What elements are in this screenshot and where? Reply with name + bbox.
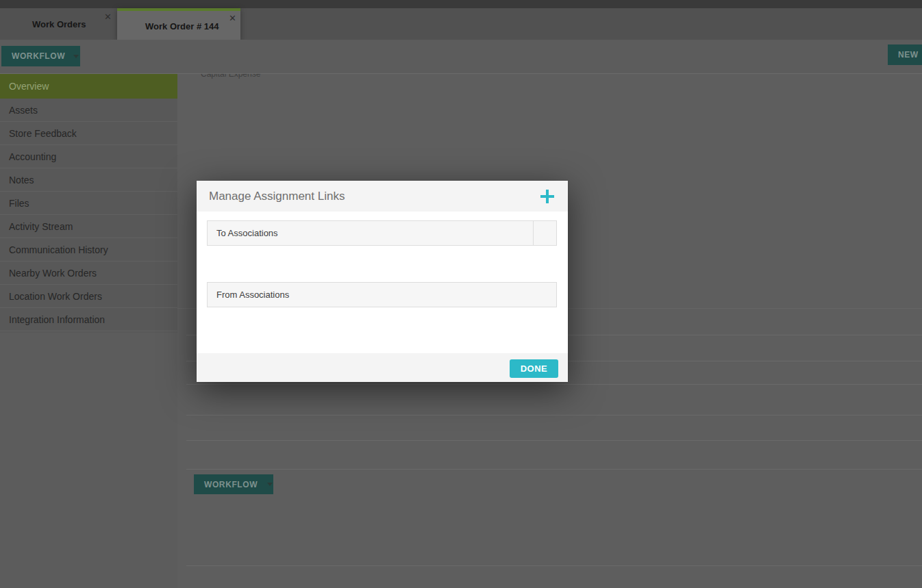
sidebar-item-overview[interactable]: Overview — [0, 74, 177, 99]
tab-work-orders[interactable]: Work Orders ✕ — [0, 8, 116, 40]
sidebar: Overview Assets Store Feedback Accountin… — [0, 74, 177, 333]
table-border — [186, 415, 922, 416]
sidebar-item-files[interactable]: Files — [0, 192, 177, 215]
workflow-button-label: WORKFLOW — [12, 51, 65, 61]
tab-label: Work Orders — [32, 19, 86, 29]
table-border — [186, 565, 922, 566]
modal-title: Manage Assignment Links — [209, 190, 345, 203]
table-border — [186, 469, 922, 470]
from-associations-header[interactable]: From Associations — [207, 282, 557, 307]
table-border — [186, 440, 922, 441]
assignment-workflow-button[interactable]: WORKFLOW — [194, 474, 273, 494]
app-window: Capital Expense Bundle WO Bundle 1 ✕ Sho… — [0, 0, 922, 588]
toolbar-divider — [0, 73, 922, 74]
from-associations-label: From Associations — [216, 290, 289, 300]
sidebar-item-store-feedback[interactable]: Store Feedback — [0, 122, 177, 145]
sidebar-item-notes[interactable]: Notes — [0, 168, 177, 192]
sidebar-item-nearby-work-orders[interactable]: Nearby Work Orders — [0, 261, 177, 285]
sidebar-item-activity-stream[interactable]: Activity Stream — [0, 215, 177, 238]
header-divider — [533, 221, 534, 245]
workflow-button[interactable]: WORKFLOW — [1, 46, 80, 66]
new-button[interactable]: NEW — [888, 44, 922, 65]
sidebar-item-assets[interactable]: Assets — [0, 99, 177, 122]
window-top-strip — [0, 0, 922, 8]
tab-work-order-144[interactable]: Work Order # 144 ✕ — [117, 8, 240, 40]
done-button[interactable]: DONE — [510, 359, 558, 378]
chevron-down-icon — [267, 483, 273, 486]
table-border — [186, 384, 922, 385]
workflow-button-label: WORKFLOW — [204, 480, 258, 489]
to-associations-header[interactable]: To Associations — [207, 220, 557, 246]
new-button-label: NEW — [898, 50, 919, 60]
toolbar — [0, 40, 922, 73]
sidebar-item-integration-information[interactable]: Integration Information — [0, 308, 177, 331]
chevron-down-icon — [73, 55, 79, 58]
close-icon[interactable]: ✕ — [229, 14, 236, 23]
manage-assignment-links-modal: Manage Assignment Links To Associations … — [197, 181, 568, 382]
to-associations-label: To Associations — [216, 228, 278, 238]
add-link-icon[interactable] — [540, 190, 554, 203]
sidebar-item-accounting[interactable]: Accounting — [0, 145, 177, 168]
sidebar-item-location-work-orders[interactable]: Location Work Orders — [0, 285, 177, 308]
sidebar-item-communication-history[interactable]: Communication History — [0, 238, 177, 261]
tab-label: Work Order # 144 — [145, 21, 219, 31]
close-icon[interactable]: ✕ — [104, 12, 112, 22]
